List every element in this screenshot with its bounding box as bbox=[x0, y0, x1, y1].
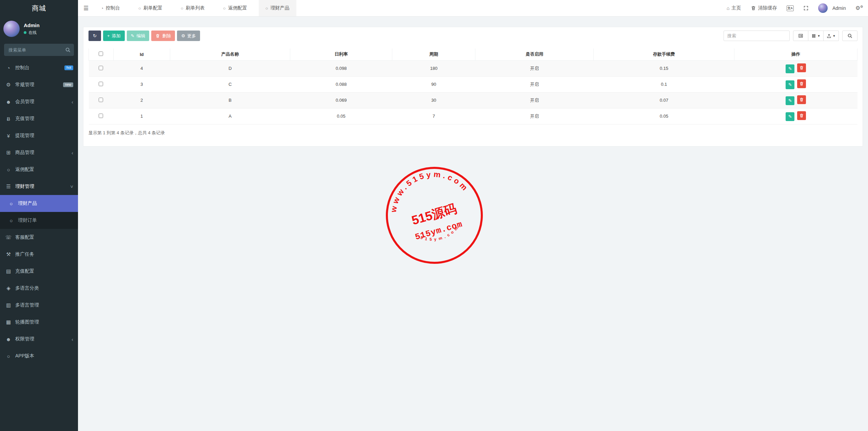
sidebar-item-finance-orders[interactable]: ○ 理财订单 bbox=[0, 212, 78, 229]
avatar bbox=[818, 3, 828, 13]
column-header-enabled[interactable]: 是否启用 bbox=[475, 48, 594, 60]
tab-order-list[interactable]: ○ 刷单列表 bbox=[174, 0, 212, 16]
row-delete-button[interactable] bbox=[797, 79, 806, 88]
column-header-name[interactable]: 产品名称 bbox=[170, 48, 290, 60]
user-menu[interactable]: Admin bbox=[813, 0, 851, 16]
sidebar-item-recharge[interactable]: Ƀ 充值管理 bbox=[0, 110, 78, 127]
avatar bbox=[3, 21, 20, 37]
home-link[interactable]: ⌂ 主页 bbox=[722, 0, 746, 16]
trash-icon bbox=[799, 97, 804, 102]
sidebar: 商城 Admin 在线 ◔ 控制台 hot ⚙ 常规管理 new bbox=[0, 0, 78, 431]
language-switch-button[interactable]: 文A bbox=[782, 0, 799, 16]
circle-icon: ○ bbox=[265, 6, 268, 11]
sidebar-item-finance[interactable]: ☰ 理财管理 ˅ bbox=[0, 178, 78, 195]
trash-icon bbox=[155, 34, 160, 38]
row-delete-button[interactable] bbox=[797, 111, 806, 120]
user-name: Admin bbox=[24, 22, 40, 28]
row-edit-button[interactable]: ✎ bbox=[786, 96, 794, 105]
circle-icon: ○ bbox=[223, 6, 226, 11]
sidebar-item-customer-service[interactable]: ☏ 客服配置 bbox=[0, 229, 78, 246]
row-edit-button[interactable]: ✎ bbox=[786, 80, 794, 89]
caret-down-icon: ▼ bbox=[817, 34, 821, 38]
row-checkbox[interactable] bbox=[99, 82, 103, 86]
column-header-rate[interactable]: 日利率 bbox=[290, 48, 392, 60]
trash-icon bbox=[799, 81, 804, 86]
pencil-icon: ✎ bbox=[788, 66, 792, 71]
column-header-id[interactable]: Id bbox=[113, 48, 170, 60]
chevron-left-icon: ‹ bbox=[72, 150, 73, 155]
tab-order-config[interactable]: ○ 刷单配置 bbox=[132, 0, 169, 16]
home-icon: ⌂ bbox=[727, 5, 729, 11]
table-search-input[interactable] bbox=[724, 31, 790, 41]
search-button[interactable] bbox=[842, 31, 857, 41]
edit-button[interactable]: ✎ 编辑 bbox=[127, 31, 150, 41]
row-edit-button[interactable]: ✎ bbox=[786, 64, 794, 73]
sidebar-item-withdraw[interactable]: ¥ 提现管理 bbox=[0, 127, 78, 144]
list-view-icon bbox=[798, 33, 803, 38]
sidebar-item-recharge-config[interactable]: ▤ 充值配置 bbox=[0, 263, 78, 280]
add-button[interactable]: + 添加 bbox=[103, 31, 125, 41]
row-delete-button[interactable] bbox=[797, 95, 806, 104]
circle-icon: ○ bbox=[181, 6, 183, 11]
headset-icon: ☏ bbox=[5, 234, 12, 240]
export-button[interactable]: ▼ bbox=[824, 31, 839, 41]
wrench-icon: ⚒ bbox=[5, 251, 12, 257]
sidebar-item-general-settings[interactable]: ⚙ 常规管理 new bbox=[0, 76, 78, 93]
tab-dashboard[interactable]: ◔ 控制台 bbox=[94, 0, 127, 16]
column-header-operations: 操作 bbox=[734, 48, 857, 60]
row-checkbox[interactable] bbox=[99, 66, 103, 70]
sidebar-item-language-category[interactable]: ◈ 多语言分类 bbox=[0, 280, 78, 297]
sidebar-menu: ◔ 控制台 hot ⚙ 常规管理 new ☻ 会员管理 ‹ Ƀ 充值管理 ¥ 提… bbox=[0, 59, 78, 365]
gear-icon: ⚙ bbox=[181, 34, 185, 38]
settings-button[interactable]: ⚙⚙ bbox=[851, 0, 868, 16]
user-status: 在线 bbox=[24, 30, 40, 36]
sidebar-item-dashboard[interactable]: ◔ 控制台 hot bbox=[0, 59, 78, 76]
toolbar-right: ▼ ▼ bbox=[724, 31, 857, 41]
fullscreen-button[interactable] bbox=[798, 0, 813, 16]
gauge-icon: ◔ bbox=[101, 6, 103, 11]
tab-finance-products[interactable]: ○ 理财产品 bbox=[259, 0, 296, 16]
circle-icon: ○ bbox=[7, 218, 15, 223]
sidebar-item-promotion-tasks[interactable]: ⚒ 推广任务 bbox=[0, 246, 78, 263]
app-logo[interactable]: 商城 bbox=[0, 0, 78, 17]
sidebar-item-members[interactable]: ☻ 会员管理 ‹ bbox=[0, 93, 78, 110]
pencil-icon: ✎ bbox=[131, 34, 135, 38]
sidebar-item-finance-products[interactable]: ○ 理财产品 bbox=[0, 195, 78, 212]
tab-rebate-config[interactable]: ○ 返佣配置 bbox=[216, 0, 254, 16]
table-row: 3 C 0.088 90 开启 0.1 ✎ bbox=[89, 76, 857, 92]
gears-icon: ⚙ bbox=[5, 82, 12, 88]
online-dot-icon bbox=[24, 31, 26, 34]
toggle-view-button[interactable] bbox=[793, 31, 808, 41]
hamburger-menu-icon[interactable]: ☰ bbox=[78, 5, 94, 12]
sidebar-item-permissions[interactable]: ☻ 权限管理 ‹ bbox=[0, 331, 78, 348]
sidebar-item-goods[interactable]: ⊞ 商品管理 ‹ bbox=[0, 144, 78, 161]
more-button[interactable]: ⚙ 更多 bbox=[177, 31, 200, 41]
app-root: 商城 Admin 在线 ◔ 控制台 hot ⚙ 常规管理 new bbox=[0, 0, 868, 431]
select-all-checkbox[interactable] bbox=[99, 52, 103, 56]
sidebar-item-rebate-config[interactable]: ○ 返佣配置 bbox=[0, 161, 78, 178]
row-checkbox[interactable] bbox=[99, 114, 103, 118]
hot-badge: hot bbox=[64, 65, 73, 70]
caret-down-icon: ▼ bbox=[833, 34, 836, 38]
circle-icon: ○ bbox=[5, 353, 12, 359]
sidebar-item-app-version[interactable]: ○ APP版本 bbox=[0, 348, 78, 365]
grid-columns-icon bbox=[811, 34, 816, 38]
column-header-period[interactable]: 周期 bbox=[392, 48, 475, 60]
top-navbar: ☰ ◔ 控制台 ○ 刷单配置 ○ 刷单列表 ○ 返佣配置 bbox=[78, 0, 868, 17]
sidebar-item-language-manage[interactable]: ▥ 多语言管理 bbox=[0, 297, 78, 314]
sidebar-search-input[interactable] bbox=[4, 44, 74, 56]
sidebar-item-carousel[interactable]: ▦ 轮播图管理 bbox=[0, 314, 78, 331]
column-header-fee[interactable]: 存款手续费 bbox=[594, 48, 734, 60]
columns-button[interactable]: ▼ bbox=[808, 31, 824, 41]
row-checkbox[interactable] bbox=[99, 98, 103, 102]
trash-icon bbox=[751, 5, 756, 11]
refresh-button[interactable]: ↻ bbox=[88, 31, 101, 41]
circle-icon: ○ bbox=[5, 167, 12, 173]
row-edit-button[interactable]: ✎ bbox=[786, 112, 794, 121]
row-delete-button[interactable] bbox=[797, 63, 806, 72]
user-icon: ☻ bbox=[5, 99, 12, 105]
clear-cache-button[interactable]: 清除缓存 bbox=[746, 0, 782, 16]
products-table: Id 产品名称 日利率 周期 是否启用 存款手续费 操作 4 bbox=[88, 48, 857, 124]
delete-button[interactable]: 删除 bbox=[151, 31, 175, 41]
translate-icon: 文A bbox=[787, 5, 794, 11]
